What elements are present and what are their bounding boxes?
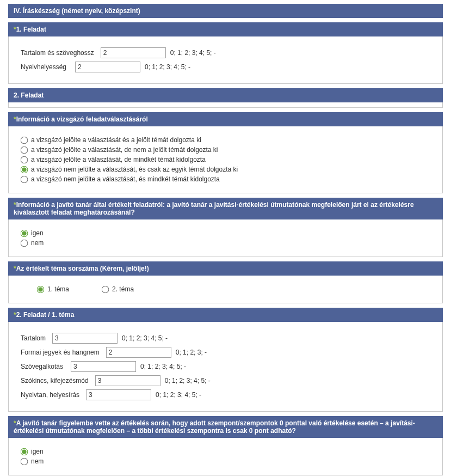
theme-sel-body: 1. téma 2. téma	[8, 276, 443, 303]
info-choice-opt-3-label: a vizsgázó nem jelölte a választását, és…	[31, 166, 238, 173]
task2t1-r1-input[interactable]	[52, 333, 118, 344]
info-choice-opt-2[interactable]	[21, 156, 28, 163]
zero-rule-yes[interactable]	[21, 448, 28, 455]
info-choice-opt-4[interactable]	[21, 175, 28, 183]
task2t1-r2-input[interactable]	[106, 347, 171, 358]
task2t1-body: Tartalom 0; 1; 2; 3; 4; 5; - Formai jegy…	[8, 322, 443, 412]
task2t1-header-text: 2. Feladat / 1. téma	[16, 311, 75, 319]
theme-2-radio[interactable]	[102, 285, 109, 293]
task2t1-r1-label: Tartalom	[21, 334, 52, 342]
info-grader-no[interactable]	[21, 239, 28, 247]
info-choice-opt-4-label: a vizsgázó nem jelölte a választását, és…	[31, 175, 220, 183]
info-choice-body: a vizsgázó jelölte a választását és a je…	[8, 126, 443, 193]
zero-rule-header: *A javító tanár figyelembe vette az érté…	[8, 416, 443, 438]
info-grader-body: igen nem	[8, 219, 443, 257]
task2t1-r4-label: Szókincs, kifejezésmód	[21, 377, 95, 385]
task2t1-r3-input[interactable]	[71, 361, 136, 372]
info-choice-header: *Információ a vizsgázó feladatválasztásá…	[8, 112, 443, 126]
task1-header: *1. Feladat	[8, 22, 443, 36]
info-choice-opt-0[interactable]	[21, 136, 28, 144]
task1-r1-input[interactable]	[101, 47, 166, 58]
task1-header-text: 1. Feladat	[16, 26, 46, 33]
info-choice-opt-1-label: a vizsgázó jelölte a választását, de nem…	[31, 146, 218, 154]
task2t1-r4-hint: 0; 1; 2; 3; 4; 5; -	[165, 377, 211, 385]
theme-2-label: 2. téma	[112, 285, 134, 293]
info-choice-opt-2-label: a vizsgázó jelölte a választását, de min…	[31, 156, 206, 163]
task2t1-r4-input[interactable]	[95, 375, 160, 386]
task1-r1-hint: 0; 1; 2; 3; 4; 5; -	[170, 49, 216, 57]
zero-rule-header-text: A javító tanár figyelembe vette az érték…	[14, 419, 415, 435]
task2t1-header: *2. Feladat / 1. téma	[8, 308, 443, 322]
task2t1-r1-hint: 0; 1; 2; 3; 4; 5; -	[122, 334, 168, 342]
zero-rule-body: igen nem	[8, 438, 443, 475]
info-grader-header: *Információ a javító tanár által értékel…	[8, 198, 443, 219]
task1-r2-label: Nyelvhelyesség	[21, 63, 75, 71]
info-grader-header-text: Információ a javító tanár által értékelt…	[14, 201, 414, 216]
theme-sel-header-text: Az értékelt téma sorszáma (Kérem, jelölj…	[16, 265, 149, 272]
task2t1-r5-input[interactable]	[86, 389, 151, 400]
zero-rule-no[interactable]	[21, 457, 28, 465]
task2t1-r5-label: Nyelvtan, helyesírás	[21, 391, 86, 399]
task2-empty-body	[8, 102, 443, 108]
info-grader-yes-label: igen	[31, 229, 44, 237]
zero-rule-no-label: nem	[31, 457, 44, 465]
task2t1-r2-label: Formai jegyek és hangnem	[21, 349, 106, 356]
info-choice-opt-1[interactable]	[21, 146, 28, 154]
theme-1-label: 1. téma	[47, 285, 69, 293]
info-choice-opt-3[interactable]	[21, 166, 28, 173]
info-choice-opt-0-label: a vizsgázó jelölte a választását és a je…	[31, 136, 201, 144]
task1-r2-input[interactable]	[75, 62, 140, 72]
task1-body: Tartalom és szöveghossz 0; 1; 2; 3; 4; 5…	[8, 36, 443, 84]
task2t1-r3-label: Szövegalkotás	[21, 363, 71, 370]
task2t1-r2-hint: 0; 1; 2; 3; -	[176, 349, 207, 356]
info-grader-yes[interactable]	[21, 229, 28, 237]
task2t1-r3-hint: 0; 1; 2; 3; 4; 5; -	[140, 363, 186, 370]
info-choice-header-text: Információ a vizsgázó feladatválasztásár…	[16, 115, 148, 123]
zero-rule-yes-label: igen	[31, 448, 44, 455]
task2t1-r5-hint: 0; 1; 2; 3; 4; 5; -	[156, 391, 201, 399]
task1-r1-label: Tartalom és szöveghossz	[21, 49, 101, 57]
task2-header: 2. Feladat	[8, 88, 443, 102]
theme-sel-header: *Az értékelt téma sorszáma (Kérem, jelöl…	[8, 261, 443, 276]
info-grader-no-label: nem	[31, 239, 44, 247]
theme-1-radio[interactable]	[37, 285, 45, 293]
task1-r2-hint: 0; 1; 2; 3; 4; 5; -	[145, 63, 190, 71]
main-title: IV. Íráskészség (német nyelv, középszint…	[8, 4, 443, 18]
